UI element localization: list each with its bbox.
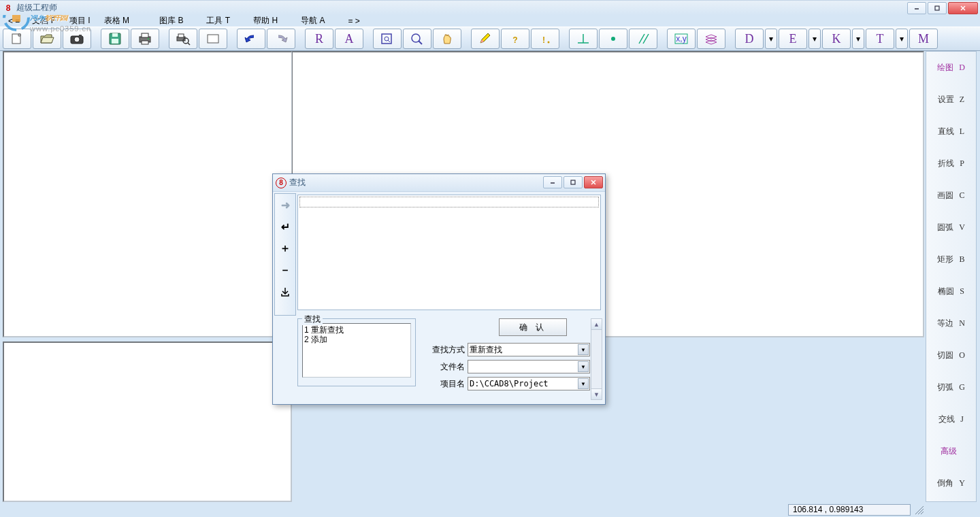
menu-table[interactable]: 表格 M <box>99 14 135 27</box>
project-combo[interactable]: D:\CCAD8\Project▼ <box>468 377 590 390</box>
list-item[interactable]: 2 添加 <box>304 335 409 344</box>
svg-rect-41 <box>571 180 575 184</box>
title-bar: 8 超级工程师 <box>0 0 980 15</box>
warning-icon-button[interactable]: ! <box>531 29 559 49</box>
open-folder-button[interactable] <box>33 29 61 49</box>
perpendicular-button[interactable] <box>569 29 598 49</box>
dialog-title: 查找 <box>289 177 306 188</box>
minus-icon[interactable]: － <box>277 262 293 278</box>
parallel-lines-button[interactable] <box>629 29 657 49</box>
blank-rect-button[interactable] <box>199 29 227 49</box>
k-dropdown-button[interactable]: K <box>822 29 851 49</box>
resize-grip-icon[interactable] <box>913 504 924 515</box>
sb-tan-arc[interactable]: 切弧G <box>926 371 976 403</box>
undo-button[interactable] <box>237 29 265 49</box>
chevron-down-icon[interactable]: ▼ <box>578 378 589 389</box>
dialog-scrollbar[interactable]: ▲ ▼ <box>591 318 602 400</box>
return-arrow-icon[interactable]: ↵ <box>277 218 293 235</box>
sb-line[interactable]: 直线L <box>926 116 976 148</box>
dialog-title-bar[interactable]: 8 查找 <box>273 174 605 192</box>
dialog-maximize-button[interactable] <box>564 176 583 188</box>
method-combo[interactable]: 重新查找▼ <box>468 343 590 356</box>
help-icon-button[interactable]: ? <box>501 29 529 49</box>
redo-button[interactable] <box>267 29 295 49</box>
left-pane[interactable] <box>3 51 292 337</box>
fieldset-label: 查找 <box>302 314 323 325</box>
sb-tan-circle[interactable]: 切圆O <box>926 339 976 371</box>
svg-text:!: ! <box>542 35 545 45</box>
svg-line-24 <box>388 40 390 42</box>
svg-rect-18 <box>178 34 184 37</box>
svg-point-32 <box>611 37 615 41</box>
sb-arc[interactable]: 圆弧V <box>926 212 976 244</box>
dialog-close-button[interactable] <box>584 176 603 188</box>
scroll-down-icon[interactable]: ▼ <box>591 388 602 399</box>
point-button[interactable] <box>599 29 627 49</box>
new-file-button[interactable] <box>3 29 31 49</box>
svg-line-38 <box>918 509 924 514</box>
sb-draw[interactable]: 绘图D <box>926 52 976 84</box>
file-label: 文件名 <box>424 361 465 373</box>
sb-settings[interactable]: 设置Z <box>926 84 976 116</box>
menu-tools[interactable]: 工具 T <box>201 14 235 27</box>
zoom-button[interactable] <box>403 29 431 49</box>
forward-arrow-icon[interactable]: ➜ <box>277 197 293 213</box>
window-title: 超级工程师 <box>16 2 57 14</box>
search-print-button[interactable] <box>169 29 197 49</box>
d-dropdown-arrow[interactable]: ▾ <box>765 29 777 49</box>
a-tool-button[interactable]: A <box>335 29 363 49</box>
save-green-button[interactable] <box>101 29 129 49</box>
pencil-button[interactable] <box>471 29 500 49</box>
menu-library[interactable]: 图库 B <box>154 14 189 27</box>
print-button[interactable] <box>131 29 159 49</box>
t-dropdown-button[interactable]: T <box>866 29 894 49</box>
e-dropdown-button[interactable]: E <box>779 29 807 49</box>
bottom-left-pane[interactable] <box>3 341 292 502</box>
plus-icon[interactable]: ＋ <box>277 240 293 256</box>
download-icon[interactable] <box>277 284 293 300</box>
chevron-down-icon[interactable]: ▼ <box>578 361 589 372</box>
r-tool-button[interactable]: R <box>305 29 333 49</box>
maximize-button[interactable] <box>928 2 947 14</box>
search-list[interactable]: 1 重新查找 2 添加 <box>302 323 411 378</box>
menu-nav[interactable]: 导航 A <box>295 14 330 27</box>
camera-button[interactable] <box>63 29 91 49</box>
sb-ellipse[interactable]: 椭圆S <box>926 276 976 307</box>
sb-advanced[interactable]: 高级 <box>926 435 976 467</box>
list-item[interactable]: 1 重新查找 <box>304 325 409 335</box>
sb-chamfer[interactable]: 倒角Y <box>926 467 976 499</box>
file-combo[interactable]: ▼ <box>468 360 590 373</box>
scroll-up-icon[interactable]: ▲ <box>591 319 602 330</box>
k-dropdown-arrow[interactable]: ▾ <box>852 29 864 49</box>
status-bar: 106.814 , 0.989143 <box>3 503 924 516</box>
svg-line-20 <box>188 43 190 45</box>
e-dropdown-arrow[interactable]: ▾ <box>808 29 821 49</box>
d-dropdown-button[interactable]: D <box>735 29 764 49</box>
dialog-minimize-button[interactable] <box>543 176 562 188</box>
menu-project[interactable]: 项目 I <box>64 14 96 27</box>
m-dropdown-button[interactable]: M <box>909 29 938 49</box>
t-dropdown-arrow[interactable]: ▾ <box>896 29 908 49</box>
xy-coord-button[interactable]: x,y <box>667 29 696 49</box>
sb-circle[interactable]: 画圆C <box>926 180 976 212</box>
svg-point-16 <box>148 38 149 39</box>
zoom-window-button[interactable] <box>373 29 402 49</box>
close-button[interactable] <box>948 2 978 14</box>
toolbar: R A ? ! x,y D ▾ E ▾ K ▾ T ▾ M <box>0 27 980 51</box>
sb-intersect[interactable]: 交线J <box>926 403 976 435</box>
menu-back[interactable]: < = <box>4 16 24 27</box>
sb-rect[interactable]: 矩形B <box>926 244 976 276</box>
layers-button[interactable] <box>697 29 725 49</box>
sb-polyline[interactable]: 折线P <box>926 148 976 180</box>
ok-button[interactable]: 确 认 <box>499 318 567 336</box>
menu-forward[interactable]: = > <box>344 16 363 27</box>
sb-polygon[interactable]: 等边N <box>926 307 976 339</box>
pan-hand-button[interactable] <box>433 29 461 49</box>
svg-line-39 <box>921 512 924 514</box>
menu-help[interactable]: 帮助 H <box>248 14 283 27</box>
menu-file[interactable]: 文档 F <box>27 14 61 27</box>
minimize-button[interactable] <box>907 2 926 14</box>
dialog-text-area[interactable] <box>297 195 601 310</box>
project-label: 项目名 <box>424 378 465 390</box>
chevron-down-icon[interactable]: ▼ <box>578 344 589 355</box>
